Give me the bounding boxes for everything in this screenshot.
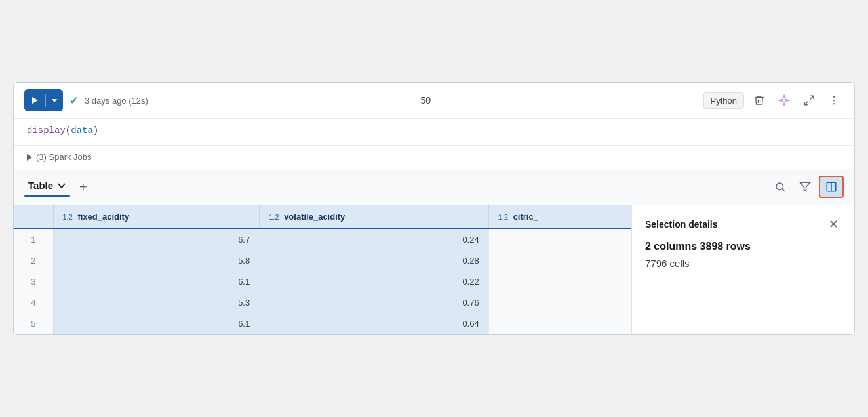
svg-line-2 [810,96,814,99]
selection-title: Selection details [645,219,717,229]
filter-icon [799,181,811,193]
toolbar-right: Python [703,90,844,110]
col-volatile-acidity-type: 1.2 [269,213,279,221]
svg-point-4 [833,96,835,98]
data-table: 1.2 fixed_acidity 1.2 volatile_acidity 1… [14,205,631,334]
table-type-button[interactable]: Table [24,177,70,193]
row-2-citric [488,250,631,271]
cell-toolbar: ✓ 3 days ago (12s) 50 Python [14,83,854,119]
row-2-volatile-acidity: 0.28 [260,250,489,271]
sparkle-button[interactable] [774,90,794,110]
selection-header: Selection details ✕ [645,217,841,231]
search-button[interactable] [769,177,791,197]
col-fixed-acidity-header[interactable]: 1.2 fixed_acidity [53,205,260,229]
toolbar-center: 50 [155,95,697,106]
col-citric-name: citric_ [513,212,538,222]
run-button[interactable] [24,89,45,111]
col-volatile-acidity-name: volatile_acidity [284,212,345,222]
selection-panel: Selection details ✕ 2 columns 3898 rows … [631,205,854,334]
table-row: 4 5.3 0.76 [14,292,631,313]
svg-marker-0 [32,97,38,104]
svg-point-5 [833,100,835,101]
table-section: Table + [14,169,854,334]
selection-columns-rows: 2 columns 3898 rows [645,241,841,252]
table-toolbar-right [769,176,844,198]
run-btn-group [24,89,63,111]
svg-marker-9 [800,182,810,191]
row-num-header [14,205,53,229]
row-3-fixed-acidity: 6.1 [53,271,260,292]
code-area: display(data) [14,119,854,146]
row-1-citric [488,229,631,250]
col-volatile-acidity-header[interactable]: 1.2 volatile_acidity [260,205,489,229]
table-dropdown-icon [57,181,66,190]
run-dropdown-button[interactable] [46,89,63,111]
expand-button[interactable] [799,90,819,110]
row-4-citric [488,292,631,313]
more-options-button[interactable] [824,90,844,110]
spark-jobs-label: (3) Spark Jobs [36,152,92,162]
delete-button[interactable] [749,90,769,110]
data-table-wrapper: 1.2 fixed_acidity 1.2 volatile_acidity 1… [14,205,631,334]
columns-icon [825,181,837,193]
row-4-num: 4 [14,292,53,313]
selection-cells: 7796 cells [645,258,841,269]
row-1-fixed-acidity: 6.7 [53,229,260,250]
col-fixed-acidity-name: fixed_acidity [77,212,129,222]
row-3-volatile-acidity: 0.22 [260,271,489,292]
code-variable: data [71,125,93,136]
row-5-fixed-acidity: 6.1 [53,313,260,334]
table-toolbar: Table + [14,169,854,205]
row-5-num: 5 [14,313,53,334]
timestamp-label: 3 days ago (12s) [85,96,148,106]
row-1-num: 1 [14,229,53,250]
row-4-fixed-acidity: 5.3 [53,292,260,313]
row-5-volatile-acidity: 0.64 [260,313,489,334]
row-1-volatile-acidity: 0.24 [260,229,489,250]
table-row: 2 5.8 0.28 [14,250,631,271]
svg-line-3 [804,102,808,105]
row-3-citric [488,271,631,292]
code-function: display [27,125,66,136]
table-type-label: Table [28,180,53,191]
language-badge[interactable]: Python [703,92,744,109]
spark-jobs-row[interactable]: (3) Spark Jobs [14,146,854,169]
row-4-volatile-acidity: 0.76 [260,292,489,313]
svg-line-8 [782,189,784,191]
table-row: 5 6.1 0.64 [14,313,631,334]
row-2-num: 2 [14,250,53,271]
svg-point-7 [776,183,783,190]
col-fixed-acidity-type: 1.2 [63,213,73,221]
svg-point-6 [833,103,835,104]
table-row: 3 6.1 0.22 [14,271,631,292]
col-citric-header[interactable]: 1.2 citric_ [488,205,631,229]
row-5-citric [488,313,631,334]
filter-button[interactable] [794,177,816,197]
status-check-icon: ✓ [69,94,78,107]
columns-panel-button[interactable] [819,176,844,198]
table-content-area: 1.2 fixed_acidity 1.2 volatile_acidity 1… [14,205,854,334]
row-2-fixed-acidity: 5.8 [53,250,260,271]
add-view-button[interactable]: + [75,179,91,195]
svg-marker-1 [52,99,57,102]
table-row: 1 6.7 0.24 [14,229,631,250]
table-tab: Table [24,177,70,197]
search-icon [774,181,786,193]
row-count-label: 50 [420,95,431,106]
close-selection-button[interactable]: ✕ [826,217,841,231]
col-citric-type: 1.2 [498,213,508,221]
active-tab-indicator [24,195,70,197]
row-3-num: 3 [14,271,53,292]
notebook-cell: ✓ 3 days ago (12s) 50 Python [13,82,855,335]
spark-jobs-toggle-icon [27,154,32,161]
